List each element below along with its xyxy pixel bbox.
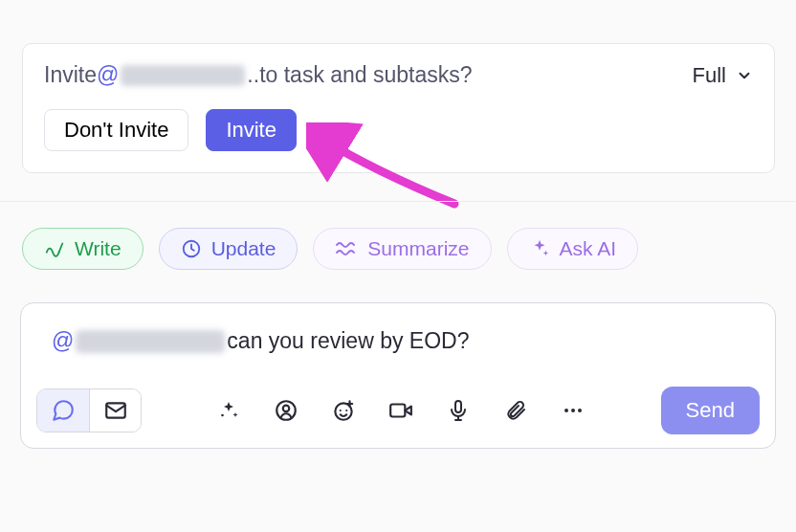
invite-prefix: Invite [44,61,97,90]
update-icon [181,238,202,259]
mention-button[interactable] [272,396,300,425]
svg-rect-7 [390,405,405,417]
dont-invite-button[interactable]: Don't Invite [44,109,188,151]
mention-name-redacted [121,65,245,86]
mention-at-symbol: @ [97,61,119,90]
invite-ellipsis: .. [247,61,259,90]
invite-button[interactable]: Invite [206,109,297,151]
svg-rect-9 [455,401,461,412]
chat-bubble-icon [51,398,76,423]
composer-mention-redacted [76,330,225,353]
invite-suffix: to task and subtasks? [259,61,472,90]
ask-ai-pill[interactable]: Ask AI [507,228,639,270]
at-mention-icon [274,398,298,423]
svg-point-13 [571,409,575,412]
ask-ai-label: Ask AI [560,237,617,260]
sparkles-icon [217,399,240,422]
svg-point-12 [564,409,568,412]
summarize-icon [335,238,358,259]
more-button[interactable] [559,396,587,425]
invite-scope-label: Full [693,63,726,88]
video-button[interactable] [387,396,415,425]
paperclip-icon [504,398,527,423]
svg-point-14 [578,409,582,412]
more-dots-icon [561,399,586,422]
write-label: Write [75,237,122,260]
emoji-button[interactable] [329,396,358,425]
write-pill[interactable]: Write [22,228,144,270]
composer-icon-row [153,396,650,425]
invite-prompt-card: Invite @ .. to task and subtasks? Full D… [22,43,775,173]
composer-input[interactable]: @ can you review by EOD? [36,328,760,387]
mic-button[interactable] [444,396,473,425]
chevron-down-icon [736,67,753,84]
invite-actions: Don't Invite Invite [44,109,753,151]
emoji-plus-icon [331,398,356,423]
composer-mode-toggle [36,388,142,432]
summarize-label: Summarize [367,237,469,260]
invite-scope-dropdown[interactable]: Full [693,63,753,88]
microphone-icon [447,398,470,423]
chat-mode-button[interactable] [37,389,89,432]
mail-icon [103,398,128,423]
email-mode-button[interactable] [89,389,141,432]
composer-toolbar: Send [36,387,760,434]
section-divider [0,201,796,202]
composer-message-text: can you review by EOD? [227,328,469,354]
invite-prompt-row: Invite @ .. to task and subtasks? Full [44,61,753,90]
composer-mention-at: @ [52,328,74,354]
svg-point-5 [283,406,290,412]
video-icon [387,398,414,423]
update-pill[interactable]: Update [159,228,298,270]
sparkle-icon [529,238,550,259]
write-icon [44,238,65,259]
comment-composer: @ can you review by EOD? [20,302,776,449]
summarize-pill[interactable]: Summarize [313,228,491,270]
send-button[interactable]: Send [661,387,760,434]
ai-action-pills: Write Update Summarize Ask AI [22,228,638,270]
svg-point-3 [221,414,224,417]
attach-button[interactable] [501,396,530,425]
update-label: Update [211,237,276,260]
invite-prompt-text: Invite @ .. to task and subtasks? [44,61,473,90]
ai-sparkle-button[interactable] [214,396,243,425]
